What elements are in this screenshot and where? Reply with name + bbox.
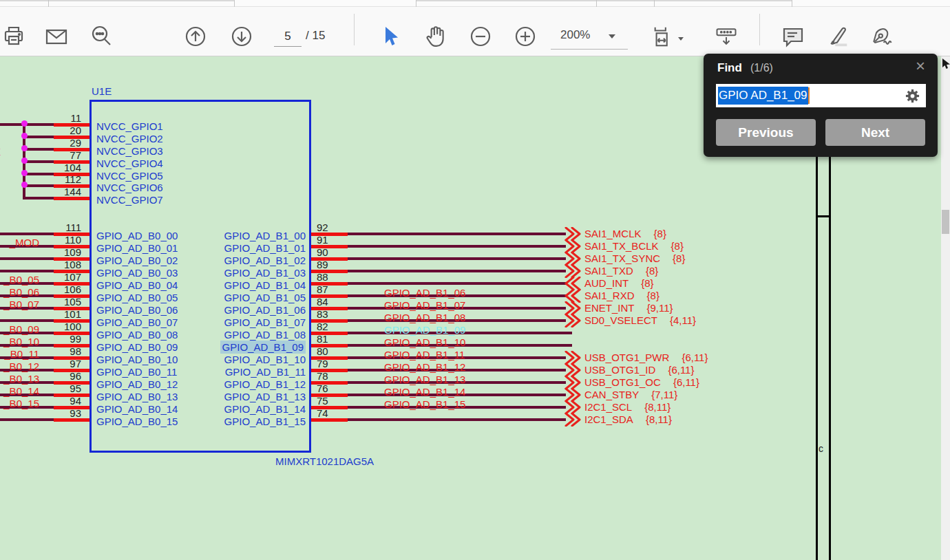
scroll-mode-icon[interactable] xyxy=(714,24,739,49)
find-search-input[interactable]: GPIO AD_B1_09 xyxy=(716,84,926,107)
print-icon[interactable] xyxy=(1,24,26,49)
gear-icon[interactable] xyxy=(905,88,920,107)
zoom-out-icon[interactable] xyxy=(468,24,493,49)
search-icon[interactable] xyxy=(89,24,114,49)
fit-width-icon[interactable] xyxy=(651,24,676,49)
text-caret xyxy=(808,87,810,104)
page-total-label: / 15 xyxy=(306,29,325,43)
sign-icon[interactable] xyxy=(870,24,895,49)
find-result-count: (1/6) xyxy=(750,62,773,74)
tab-strip-edge xyxy=(0,0,234,1)
zoom-level-select[interactable]: 200% xyxy=(551,23,628,50)
hand-tool-icon[interactable] xyxy=(423,24,448,49)
find-next-button[interactable]: Next xyxy=(825,119,925,146)
email-icon[interactable] xyxy=(44,24,69,49)
tab-strip-edge xyxy=(416,0,792,1)
find-previous-button[interactable]: Previous xyxy=(716,119,816,146)
close-icon[interactable]: × xyxy=(911,56,929,76)
find-dialog-title: Find xyxy=(717,61,742,75)
find-dialog: Find (1/6) × GPIO AD_B1_09 Previous Next xyxy=(704,54,938,157)
top-tab-strip xyxy=(0,0,950,7)
toolbar-separator xyxy=(759,14,760,45)
vertical-scrollbar-thumb[interactable] xyxy=(942,210,949,234)
comment-icon[interactable] xyxy=(781,24,805,49)
select-tool-icon[interactable] xyxy=(378,24,403,49)
page-number-input[interactable] xyxy=(274,26,302,47)
previous-page-icon[interactable] xyxy=(183,24,208,49)
chevron-down-icon xyxy=(609,34,615,39)
vertical-scrollbar-track[interactable] xyxy=(941,56,950,560)
next-page-icon[interactable] xyxy=(229,24,254,49)
acrobat-toolbar: / 15 200% xyxy=(0,7,950,56)
chevron-down-icon xyxy=(678,37,684,41)
zoom-level-value: 200% xyxy=(560,28,590,42)
zoom-in-icon[interactable] xyxy=(513,24,538,49)
mouse-cursor-icon xyxy=(942,58,950,72)
toolbar-separator xyxy=(354,14,355,45)
find-search-value: GPIO AD_B1_09 xyxy=(718,87,808,105)
highlight-icon[interactable] xyxy=(826,24,851,49)
